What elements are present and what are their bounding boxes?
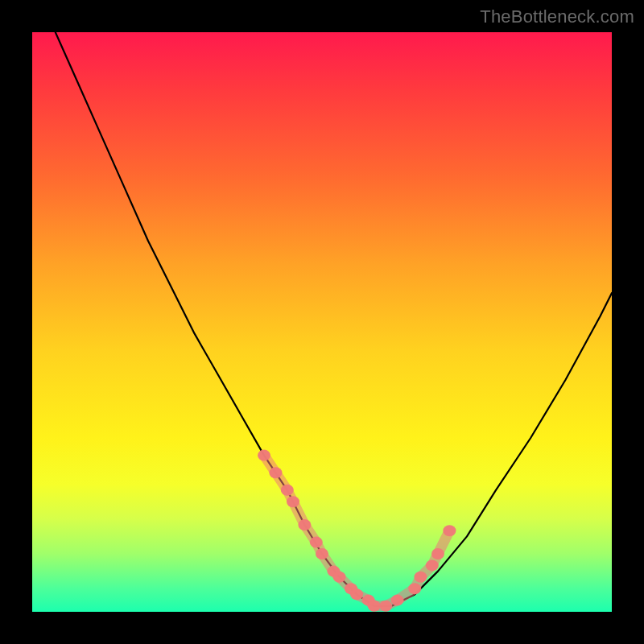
curve-marker [443,525,456,536]
curve-marker [258,450,270,461]
plot-area [32,32,612,612]
curve-marker [269,467,282,478]
curve-marker [431,548,444,559]
watermark-text: TheBottleneck.com [480,6,634,27]
curve-marker [316,548,328,559]
curve-marker [368,601,381,612]
curve-marker [298,519,311,530]
curve-marker [310,537,323,548]
curve-marker [281,485,294,496]
curve-marker [414,572,427,583]
curve-marker [408,583,421,594]
curve-marker [333,572,346,583]
bottleneck-curve [56,32,612,606]
curve-marker [350,588,363,600]
curve-marker [426,559,439,571]
curve-markers [258,450,456,612]
curve-marker [379,601,392,612]
curve-marker [391,595,404,606]
curve-marker [287,496,299,507]
chart-frame: TheBottleneck.com [0,0,644,644]
chart-overlay [32,32,612,612]
